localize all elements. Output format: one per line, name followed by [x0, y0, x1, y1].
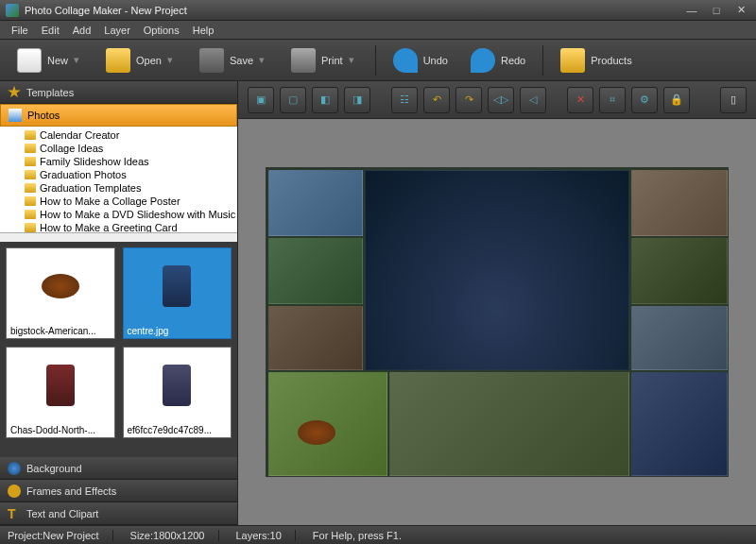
delete-button[interactable]: ✕ — [567, 87, 593, 113]
tree-item[interactable]: Calendar Creator — [25, 128, 237, 142]
collage-cell[interactable] — [631, 238, 728, 304]
tree-item[interactable]: Graduation Photos — [25, 168, 237, 181]
menu-file[interactable]: File — [6, 23, 34, 38]
crop-icon: ⌗ — [610, 94, 615, 106]
align-button[interactable]: ☷ — [391, 87, 418, 113]
thumbnail[interactable]: ef6fcc7e9dc47c89... — [123, 347, 232, 438]
collage-cell[interactable] — [631, 170, 728, 236]
panel-photos-label: Photos — [27, 110, 60, 121]
tree-item[interactable]: How to Make a DVD Slideshow with Music — [25, 208, 237, 221]
panel-text-label: Text and Clipart — [26, 508, 98, 519]
products-icon — [560, 48, 585, 73]
chevron-down-icon: ▾ — [349, 54, 358, 66]
products-button[interactable]: Products — [551, 44, 641, 76]
folder-icon — [25, 157, 36, 166]
tree-item[interactable]: How to Make a Collage Poster — [25, 195, 237, 208]
collage-cell[interactable] — [631, 372, 728, 476]
layer-up-icon: ◧ — [320, 94, 330, 106]
lock-button[interactable]: 🔒 — [663, 87, 690, 113]
thumbnail[interactable]: Chas-Dodd-North-... — [6, 347, 115, 438]
crop-button[interactable]: ⌗ — [599, 87, 626, 113]
panel-text[interactable]: T Text and Clipart — [0, 502, 237, 525]
thumbnail[interactable]: centre.jpg — [123, 247, 232, 339]
menubar: File Edit Add Layer Options Help — [0, 21, 756, 40]
rotate-right-button[interactable]: ↷ — [455, 87, 482, 113]
text-icon: T — [8, 507, 21, 520]
collage-cell[interactable] — [268, 372, 387, 476]
thumbnail-label: bigstock-American... — [7, 324, 114, 338]
close-button[interactable]: ✕ — [731, 4, 750, 17]
bring-forward-button[interactable]: ◧ — [312, 87, 338, 113]
menu-help[interactable]: Help — [187, 23, 220, 38]
tree-list[interactable]: Calendar Creator Collage Ideas Family Sl… — [0, 127, 237, 232]
panel-photos[interactable]: Photos — [0, 104, 237, 127]
page-button[interactable]: ▯ — [720, 87, 747, 113]
gear-icon: ⚙ — [640, 94, 649, 106]
menu-options[interactable]: Options — [138, 23, 185, 38]
panel-background[interactable]: Background — [0, 457, 237, 480]
rotate-left-icon: ↶ — [433, 94, 441, 106]
settings-button[interactable]: ⚙ — [631, 87, 658, 113]
products-label: Products — [591, 55, 631, 66]
flip-v-icon: ◁ — [529, 94, 537, 106]
thumbnail-image — [10, 252, 111, 320]
layer-down-icon: ◨ — [352, 94, 362, 106]
send-backward-button[interactable]: ◨ — [344, 87, 370, 113]
chevron-down-icon: ▾ — [74, 54, 83, 66]
tree-item[interactable]: How to Make a Greeting Card — [25, 221, 237, 232]
window-title: Photo Collage Maker - New Project — [25, 5, 677, 16]
status-size: Size:1800x1200 — [130, 530, 219, 541]
new-button[interactable]: New ▾ — [8, 44, 93, 76]
resize-handle[interactable] — [494, 369, 501, 370]
print-label: Print — [321, 55, 343, 66]
maximize-button[interactable]: □ — [707, 4, 726, 17]
status-layers: Layers:10 — [236, 530, 296, 541]
resize-handle[interactable] — [365, 267, 366, 274]
folder-icon — [25, 223, 36, 232]
menu-layer[interactable]: Layer — [98, 23, 136, 38]
star-icon — [8, 86, 21, 99]
tree-item[interactable]: Graduation Templates — [25, 181, 237, 195]
redo-button[interactable]: Redo — [461, 44, 535, 76]
titlebar: Photo Collage Maker - New Project — □ ✕ — [0, 0, 756, 21]
collage-canvas[interactable] — [266, 167, 729, 477]
canvas-area: ▣ ▢ ◧ ◨ ☷ ↶ ↷ ◁▷ ◁ ✕ ⌗ ⚙ 🔒 ▯ — [238, 81, 756, 525]
collage-cell[interactable] — [268, 170, 363, 236]
undo-button[interactable]: Undo — [384, 44, 457, 76]
folder-icon — [25, 183, 36, 193]
save-button[interactable]: Save ▾ — [190, 44, 278, 76]
horizontal-scrollbar[interactable] — [0, 232, 237, 242]
canvas-viewport[interactable] — [238, 119, 756, 525]
menu-edit[interactable]: Edit — [36, 23, 65, 38]
panel-frames[interactable]: Frames and Effects — [0, 480, 237, 502]
flip-horizontal-button[interactable]: ◁▷ — [488, 87, 514, 113]
tree-item[interactable]: Collage Ideas — [25, 142, 237, 155]
send-back-button[interactable]: ▢ — [280, 87, 306, 113]
thumbnail-grid: bigstock-American... centre.jpg Chas-Dod… — [0, 242, 237, 457]
collage-cell[interactable] — [631, 306, 728, 370]
panel-templates[interactable]: Templates — [0, 81, 237, 104]
sidebar: Templates Photos Calendar Creator Collag… — [0, 81, 238, 525]
open-icon — [106, 48, 130, 73]
collage-cell[interactable] — [268, 306, 363, 370]
bring-front-button[interactable]: ▣ — [248, 87, 274, 113]
resize-handle[interactable] — [628, 170, 629, 171]
collage-cell[interactable] — [389, 372, 629, 476]
open-button[interactable]: Open ▾ — [96, 44, 186, 76]
collage-cell[interactable] — [268, 238, 363, 304]
menu-add[interactable]: Add — [67, 23, 97, 38]
collage-cell-selected[interactable] — [365, 170, 629, 370]
minimize-button[interactable]: — — [682, 4, 701, 17]
tree-item[interactable]: Family Slideshow Ideas — [25, 155, 237, 168]
resize-handle[interactable] — [628, 369, 629, 370]
resize-handle[interactable] — [365, 170, 366, 171]
flip-vertical-button[interactable]: ◁ — [520, 87, 546, 113]
rotate-left-button[interactable]: ↶ — [423, 87, 450, 113]
print-button[interactable]: Print ▾ — [282, 44, 368, 76]
resize-handle[interactable] — [365, 369, 366, 370]
resize-handle[interactable] — [628, 267, 629, 274]
chevron-down-icon: ▾ — [259, 54, 268, 66]
resize-handle[interactable] — [494, 170, 501, 171]
undo-label: Undo — [423, 55, 448, 66]
thumbnail[interactable]: bigstock-American... — [6, 247, 115, 339]
